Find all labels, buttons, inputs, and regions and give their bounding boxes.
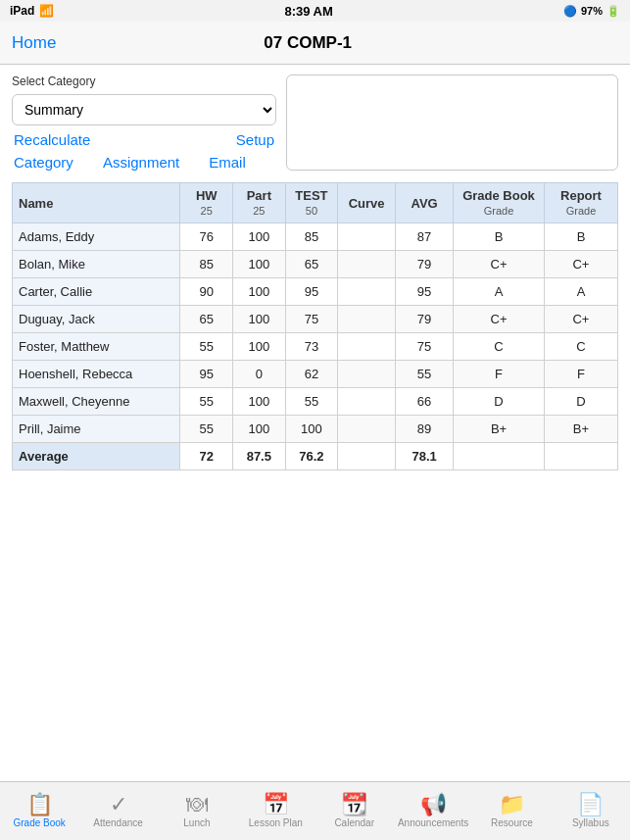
bluetooth-icon: 🔵 <box>563 5 577 18</box>
cell-name: Carter, Callie <box>13 278 180 306</box>
col-header-report: ReportGrade <box>544 183 617 223</box>
cell-avg-test: 76.2 <box>285 443 338 470</box>
cell-avg: 87 <box>396 223 454 251</box>
col-header-gradebook: Grade BookGrade <box>454 183 545 223</box>
cell-hw: 85 <box>180 251 233 278</box>
cell-gradebook: F <box>454 361 545 388</box>
cell-name: Duguay, Jack <box>13 306 180 333</box>
wifi-icon: 📶 <box>39 4 54 18</box>
status-bar: iPad 📶 8:39 AM 🔵 97% 🔋 <box>0 0 630 22</box>
home-link[interactable]: Home <box>12 33 56 53</box>
cell-report: B+ <box>544 416 617 443</box>
tab-category[interactable]: Category <box>14 154 73 171</box>
tab-icon-6: 📁 <box>499 794 525 815</box>
cell-test: 73 <box>285 333 338 361</box>
category-select[interactable]: Summary <box>12 94 276 125</box>
cell-name: Bolan, Mike <box>13 251 180 278</box>
tab-bar-item-grade-book[interactable]: 📋 Grade Book <box>5 794 73 828</box>
cell-curve <box>338 416 396 443</box>
tab-email[interactable]: Email <box>209 154 246 171</box>
cell-part: 100 <box>233 251 286 278</box>
table-container[interactable]: Name HW25 Part25 TEST50 Curve AVG Grade … <box>12 178 618 470</box>
cell-name: Prill, Jaime <box>13 416 180 443</box>
cell-curve <box>338 278 396 306</box>
cell-avg-hw: 72 <box>180 443 233 470</box>
tab-icon-5: 📢 <box>420 794 447 815</box>
cell-part: 0 <box>233 361 286 388</box>
tab-row: Category Assignment Email <box>12 154 276 171</box>
table-row: Foster, Matthew 55 100 73 75 C C <box>13 333 618 361</box>
tab-label-7: Syllabus <box>572 817 609 828</box>
tab-bar-item-attendance[interactable]: ✓ Attendance <box>84 794 153 828</box>
col-header-avg: AVG <box>396 183 454 223</box>
cell-name: Adams, Eddy <box>13 223 180 251</box>
cell-report: A <box>544 278 617 306</box>
cell-hw: 65 <box>180 306 233 333</box>
cell-avg: 79 <box>396 306 454 333</box>
top-section: Select Category Summary Recalculate Setu… <box>12 74 618 171</box>
cell-report: C+ <box>544 251 617 278</box>
cell-test: 100 <box>285 416 338 443</box>
tab-bar-item-syllabus[interactable]: 📄 Syllabus <box>557 794 625 828</box>
cell-name: Foster, Matthew <box>13 333 180 361</box>
cell-test: 65 <box>285 251 338 278</box>
tab-bar-item-lunch[interactable]: 🍽 Lunch <box>163 794 231 828</box>
table-row: Hoenshell, Rebecca 95 0 62 55 F F <box>13 361 618 388</box>
cell-test: 55 <box>285 388 338 416</box>
tab-icon-2: 🍽 <box>186 794 208 815</box>
tab-icon-4: 📆 <box>341 794 367 815</box>
main-content: Select Category Summary Recalculate Setu… <box>0 65 630 781</box>
tab-label-6: Resource <box>491 817 533 828</box>
cell-name: Maxwell, Cheyenne <box>13 388 180 416</box>
action-row: Recalculate Setup <box>12 131 276 148</box>
cell-gradebook: B+ <box>454 416 545 443</box>
cell-report: C <box>544 333 617 361</box>
table-row: Bolan, Mike 85 100 65 79 C+ C+ <box>13 251 618 278</box>
cell-gradebook: A <box>454 278 545 306</box>
status-time: 8:39 AM <box>284 4 332 19</box>
cell-curve <box>338 306 396 333</box>
table-row: Adams, Eddy 76 100 85 87 B B <box>13 223 618 251</box>
tab-label-5: Announcements <box>398 817 468 828</box>
cell-part: 100 <box>233 333 286 361</box>
cell-avg: 55 <box>396 361 454 388</box>
cell-avg-part: 87.5 <box>233 443 286 470</box>
cell-avg-gradebook <box>454 443 545 470</box>
tab-label-4: Calendar <box>334 817 374 828</box>
cell-part: 100 <box>233 416 286 443</box>
col-header-name: Name <box>13 183 180 223</box>
cell-test: 75 <box>285 306 338 333</box>
cell-avg-name: Average <box>13 443 180 470</box>
nav-bar: Home 07 COMP-1 <box>0 22 630 65</box>
cell-gradebook: C+ <box>454 251 545 278</box>
tab-bar-item-calendar[interactable]: 📆 Calendar <box>320 794 389 828</box>
tab-bar-item-announcements[interactable]: 📢 Announcements <box>399 794 467 828</box>
cell-hw: 95 <box>180 361 233 388</box>
table-avg-row: Average 72 87.5 76.2 78.1 <box>13 443 618 470</box>
left-panel: Select Category Summary Recalculate Setu… <box>12 74 276 171</box>
cell-hw: 55 <box>180 388 233 416</box>
recalculate-button[interactable]: Recalculate <box>14 131 90 148</box>
cell-hw: 76 <box>180 223 233 251</box>
cell-avg-avg: 78.1 <box>396 443 454 470</box>
tab-icon-0: 📋 <box>26 794 53 815</box>
tab-icon-1: ✓ <box>110 794 127 815</box>
tab-bar-item-lesson-plan[interactable]: 📅 Lesson Plan <box>241 794 310 828</box>
tab-bar: 📋 Grade Book ✓ Attendance 🍽 Lunch 📅 Less… <box>0 781 630 840</box>
text-area-panel <box>286 74 618 171</box>
cell-avg: 79 <box>396 251 454 278</box>
cell-avg-curve <box>338 443 396 470</box>
cell-part: 100 <box>233 388 286 416</box>
tab-assignment[interactable]: Assignment <box>103 154 179 171</box>
col-header-curve: Curve <box>338 183 396 223</box>
cell-part: 100 <box>233 306 286 333</box>
setup-button[interactable]: Setup <box>236 131 274 148</box>
table-row: Duguay, Jack 65 100 75 79 C+ C+ <box>13 306 618 333</box>
table-row: Maxwell, Cheyenne 55 100 55 66 D D <box>13 388 618 416</box>
table-row: Prill, Jaime 55 100 100 89 B+ B+ <box>13 416 618 443</box>
grade-table: Name HW25 Part25 TEST50 Curve AVG Grade … <box>12 182 618 470</box>
device-label: iPad <box>10 4 34 18</box>
tab-bar-item-resource[interactable]: 📁 Resource <box>477 794 546 828</box>
cell-hw: 90 <box>180 278 233 306</box>
cell-curve <box>338 223 396 251</box>
